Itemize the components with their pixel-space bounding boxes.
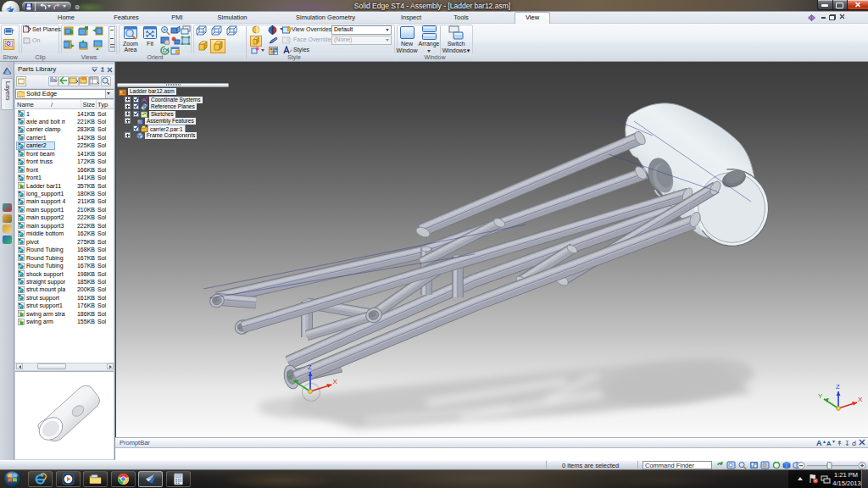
- svg-text:Y: Y: [818, 392, 823, 400]
- svg-text:▼: ▼: [832, 439, 836, 444]
- svg-text:Z: Z: [308, 363, 312, 371]
- svg-text:A: A: [816, 439, 822, 447]
- svg-text:↟: ↟: [837, 440, 843, 447]
- svg-text:☌: ☌: [852, 440, 856, 447]
- svg-text:Y: Y: [287, 374, 292, 381]
- svg-text:↧: ↧: [844, 440, 850, 447]
- svg-text:X: X: [858, 396, 863, 403]
- svg-text:Z: Z: [836, 383, 840, 391]
- svg-text:X: X: [332, 378, 337, 385]
